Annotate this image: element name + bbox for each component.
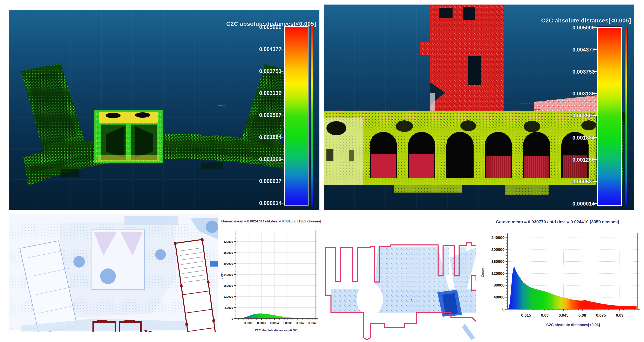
colorbar-gradient-bar — [597, 27, 622, 206]
colorbar-tick-mark — [593, 181, 597, 182]
colorbar-tick-label: 0.001260 — [259, 156, 282, 162]
colorbar-mini-strip — [626, 27, 627, 206]
y-tick-label: 240000 — [224, 273, 233, 276]
x-tick-label: 0.045 — [559, 313, 568, 318]
x-tick-label: 0.0032 — [283, 322, 292, 325]
colorbar-tick-mark — [280, 92, 284, 94]
x-tick-label: 0.075 — [596, 313, 606, 318]
x-tick-label: 0.03 — [541, 313, 548, 318]
colorbar-tick-label: 0.002507 — [259, 112, 282, 118]
plan-overlay-section-view — [323, 227, 496, 342]
y-tick-label: 0 — [232, 317, 233, 320]
colorbar-tick-mark — [593, 115, 597, 116]
colorbar-tick-mark — [280, 159, 284, 160]
central-block — [94, 110, 162, 162]
plan-overlay-top-view — [9, 214, 218, 332]
colorbar-tick-mark — [280, 114, 284, 116]
y-axis-label: Count — [481, 268, 484, 277]
colorbar-tick-mark — [593, 203, 597, 204]
hist-right-area — [507, 267, 636, 309]
colorbar-title: C2C absolute distances[<0.005] — [541, 17, 631, 24]
colorbar-tick-label: 0.001884 — [259, 134, 282, 140]
y-tick-label: 120000 — [224, 295, 233, 298]
x-tick-label: 0.004 — [296, 322, 304, 325]
colorbar-tick-label: 0.003130 — [572, 90, 595, 97]
hist-left-area — [236, 314, 317, 319]
colorbar-tick-label: 0.001884 — [572, 134, 595, 141]
x-tick-label: 0.0024 — [270, 322, 279, 325]
view-axis-marker — [218, 105, 225, 106]
y-tick-label: 40000 — [494, 295, 504, 299]
colorbar-tick-mark — [593, 159, 597, 160]
building-point-cloud-green — [21, 64, 308, 186]
y-tick-label: 360000 — [224, 251, 233, 254]
colorbar-tick-label: 0.005000 — [572, 24, 595, 31]
y-tick-label: 0 — [502, 307, 504, 311]
x-tick-label: 0.015 — [521, 313, 531, 318]
y-tick-label: 200000 — [492, 248, 504, 252]
histogram-right-plot: 040000800001200001600002000002400000.015… — [476, 218, 644, 342]
colorbar-tick-mark — [280, 49, 284, 50]
plan-top-view-svg — [9, 214, 218, 332]
colorbar-tick-mark — [280, 71, 284, 72]
y-tick-label: 80000 — [494, 283, 504, 287]
histogram-c2c-left: Gauss: mean = 0.002474 / std.dev. = 0.00… — [218, 218, 331, 342]
histogram-left-plot: 0600001200001800002400003000003600004200… — [218, 218, 331, 342]
colorbar-tick-mark — [280, 137, 284, 138]
colorbar-tick-mark — [280, 26, 284, 28]
y-tick-label: 300000 — [224, 262, 233, 265]
viewport-tower-comparison[interactable]: C2C absolute distances[<0.005] 0.0050000… — [324, 4, 634, 210]
view-axis-marker — [534, 109, 540, 110]
colorbar-tick-label: 0.003130 — [259, 90, 282, 96]
colorbar-tick-label: 0.002507 — [572, 112, 595, 119]
x-tick-label: 0.06 — [578, 313, 586, 318]
figure-canvas: { "viewports": { "top_left": { "colorbar… — [0, 0, 644, 342]
colorbar-tick-label: 0.003753 — [572, 69, 595, 75]
colorbar-tick-mark — [593, 49, 597, 50]
colorbar-tick-label: 0.001260 — [572, 157, 595, 163]
x-axis-label: C2C absolute distances[<0.005] — [255, 328, 298, 332]
x-tick-label: 0.0008 — [244, 322, 253, 325]
y-tick-label: 60000 — [225, 306, 233, 310]
y-axis-label: Count — [220, 272, 223, 279]
colorbar-tick-label: 0.003753 — [259, 68, 282, 74]
viewport-front-comparison[interactable]: C2C absolute distances[<0.005] 0.0050000… — [9, 10, 320, 210]
y-tick-label: 180000 — [224, 284, 233, 287]
colorbar-gradient-bar — [284, 26, 308, 206]
colorbar-tick-mark — [593, 27, 597, 28]
colorbar-tick-label: 0.005000 — [259, 24, 282, 30]
colorbar-tick-label: 0.000637 — [572, 178, 595, 185]
plan-section-svg — [323, 227, 496, 342]
colorbar-tick-label: 0.000014 — [259, 200, 282, 206]
colorbar-tick-label: 0.004377 — [259, 46, 282, 52]
y-tick-label: 240000 — [492, 236, 504, 240]
colorbar-tick-mark — [593, 137, 597, 138]
colorbar-mini-strip — [311, 26, 312, 206]
colorbar-tick-label: 0.000637 — [259, 178, 282, 184]
x-tick-label: 0.0016 — [257, 322, 266, 325]
x-tick-label: 0.09 — [616, 313, 624, 318]
colorbar-tick-mark — [280, 203, 284, 204]
colorbar-tick-label: 0.004377 — [572, 46, 595, 53]
x-axis-label: C2C absolute distances[<0.06] — [546, 323, 600, 327]
y-tick-label: 120000 — [492, 271, 504, 276]
colorbar-tick-mark — [593, 93, 597, 94]
y-tick-label: 160000 — [492, 259, 504, 264]
colorbar-tick-label: 0.000014 — [572, 200, 595, 207]
colorbar-tick-mark — [593, 71, 597, 72]
histogram-c2c-right: Gauss: mean = 0.030770 / std.dev. = 0.02… — [476, 218, 644, 342]
colorbar-tick-mark — [280, 180, 284, 182]
x-tick-label: 0.0048 — [308, 322, 317, 325]
y-tick-label: 420000 — [224, 240, 233, 244]
